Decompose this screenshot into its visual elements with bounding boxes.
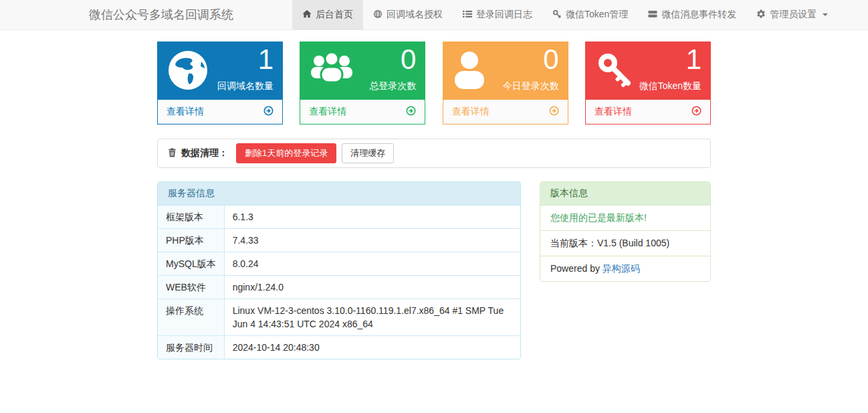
nav-item-login-logs[interactable]: 登录回调日志: [453, 0, 542, 29]
info-panels-row: 服务器信息 框架版本 6.1.3 PHP版本 7.4.33 MySQL版本 8.…: [157, 181, 711, 359]
arrow-circle-right-icon: [406, 106, 416, 118]
stat-card-today-logins: 0 今日登录次数 查看详情: [443, 42, 568, 125]
stat-label: 回调域名数量: [217, 80, 274, 92]
key-icon: [594, 49, 637, 94]
row-label: 操作系统: [158, 299, 224, 336]
stat-card-callback-domains: 1 回调域名数量 查看详情: [157, 42, 283, 125]
nav-item-token-manage[interactable]: 微信Token管理: [542, 0, 638, 29]
server-info-table: 框架版本 6.1.3 PHP版本 7.4.33 MySQL版本 8.0.24 W…: [158, 205, 520, 359]
main-content: 1 回调域名数量 查看详情 0 总登录次数 查看详情: [157, 42, 711, 359]
globe-icon: [373, 9, 383, 21]
server-info-panel: 服务器信息 框架版本 6.1.3 PHP版本 7.4.33 MySQL版本 8.…: [157, 181, 521, 359]
stat-cards-row: 1 回调域名数量 查看详情 0 总登录次数 查看详情: [157, 42, 711, 125]
stat-card-token-count: 1 微信Token数量 查看详情: [585, 42, 711, 125]
table-row: WEB软件 nginx/1.24.0: [158, 276, 520, 299]
row-value: 8.0.24: [224, 252, 520, 276]
powered-by-row: Powered by 异构源码: [540, 256, 710, 281]
stat-card-body: 0 今日登录次数: [443, 42, 568, 100]
key-icon: [552, 9, 562, 21]
server-info-title: 服务器信息: [158, 182, 520, 205]
table-row: 框架版本 6.1.3: [158, 205, 520, 229]
cleanup-title: 数据清理：: [168, 147, 228, 159]
table-row: 服务器时间 2024-10-14 20:48:30: [158, 336, 520, 359]
stat-label: 微信Token数量: [639, 80, 701, 92]
table-row: 操作系统 Linux VM-12-3-centos 3.10.0-1160.11…: [158, 299, 520, 336]
row-label: WEB软件: [158, 276, 224, 299]
nav-item-admin-settings[interactable]: 管理员设置: [746, 0, 838, 29]
users-icon: [309, 49, 354, 92]
arrow-circle-right-icon: [263, 106, 274, 118]
stat-value: 0: [401, 42, 416, 78]
view-details-label: 查看详情: [309, 106, 346, 118]
version-status: 您使用的已是最新版本!: [540, 205, 710, 230]
chevron-down-icon: [823, 13, 828, 16]
stat-card-body: 0 总登录次数: [300, 42, 425, 100]
row-label: 服务器时间: [158, 336, 224, 359]
stat-value: 0: [543, 42, 558, 78]
nav-item-callback-domains[interactable]: 回调域名授权: [363, 0, 453, 29]
nav-item-label: 后台首页: [316, 9, 353, 21]
gear-icon: [756, 9, 766, 21]
home-icon: [302, 9, 312, 21]
list-icon: [463, 9, 472, 21]
stat-card-body: 1 微信Token数量: [586, 42, 710, 100]
nav-item-label: 登录回调日志: [476, 9, 532, 21]
trash-icon: [168, 148, 177, 159]
row-label: PHP版本: [158, 229, 224, 252]
delete-old-logs-button[interactable]: 删除1天前的登录记录: [236, 143, 336, 163]
view-details-link[interactable]: 查看详情: [443, 100, 568, 124]
row-value: nginx/1.24.0: [224, 276, 520, 299]
version-info-title: 版本信息: [540, 182, 710, 205]
stat-card-total-logins: 0 总登录次数 查看详情: [300, 42, 425, 125]
stat-label: 今日登录次数: [503, 80, 559, 92]
nav-item-label: 微信Token管理: [566, 9, 628, 21]
powered-by-text: Powered by: [550, 263, 603, 274]
row-value: 6.1.3: [224, 205, 520, 229]
row-value: 7.4.33: [224, 229, 520, 252]
comments-icon: [648, 9, 657, 21]
version-info-panel: 版本信息 您使用的已是最新版本! 当前版本：V1.5 (Build 1005) …: [540, 181, 711, 282]
view-details-link[interactable]: 查看详情: [158, 100, 282, 124]
view-details-label: 查看详情: [167, 106, 204, 118]
stat-card-body: 1 回调域名数量: [158, 42, 282, 100]
stat-value: 1: [258, 42, 274, 78]
nav-item-label: 回调域名授权: [387, 9, 443, 21]
stat-value: 1: [686, 42, 701, 78]
app-title: 微信公众号多域名回调系统: [89, 0, 233, 29]
table-row: PHP版本 7.4.33: [158, 229, 520, 252]
user-icon: [452, 49, 490, 94]
globe-icon: [167, 49, 209, 94]
view-details-label: 查看详情: [452, 106, 490, 118]
arrow-circle-right-icon: [549, 106, 559, 118]
nav-item-label: 管理员设置: [770, 9, 817, 21]
top-navbar: 微信公众号多域名回调系统 后台首页 回调域名授权 登录回调日志 微信Token管…: [0, 0, 868, 30]
nav-item-message-forward[interactable]: 微信消息事件转发: [638, 0, 746, 29]
current-version: 当前版本：V1.5 (Build 1005): [540, 230, 710, 256]
row-value: 2024-10-14 20:48:30: [224, 336, 520, 359]
table-row: MySQL版本 8.0.24: [158, 252, 520, 276]
row-label: 框架版本: [158, 205, 224, 229]
view-details-label: 查看详情: [594, 106, 632, 118]
arrow-circle-right-icon: [691, 106, 701, 118]
row-value: Linux VM-12-3-centos 3.10.0-1160.119.1.e…: [224, 299, 520, 336]
view-details-link[interactable]: 查看详情: [586, 100, 710, 124]
nav-menu: 后台首页 回调域名授权 登录回调日志 微信Token管理 微信消息事件转发: [292, 0, 838, 29]
nav-item-dashboard[interactable]: 后台首页: [292, 0, 363, 29]
vendor-link[interactable]: 异构源码: [603, 263, 640, 274]
view-details-link[interactable]: 查看详情: [300, 100, 425, 124]
stat-label: 总登录次数: [369, 80, 416, 92]
row-label: MySQL版本: [158, 252, 224, 276]
clear-cache-button[interactable]: 清理缓存: [342, 143, 394, 163]
data-cleanup-bar: 数据清理： 删除1天前的登录记录 清理缓存: [157, 139, 711, 168]
nav-item-label: 微信消息事件转发: [661, 9, 736, 21]
